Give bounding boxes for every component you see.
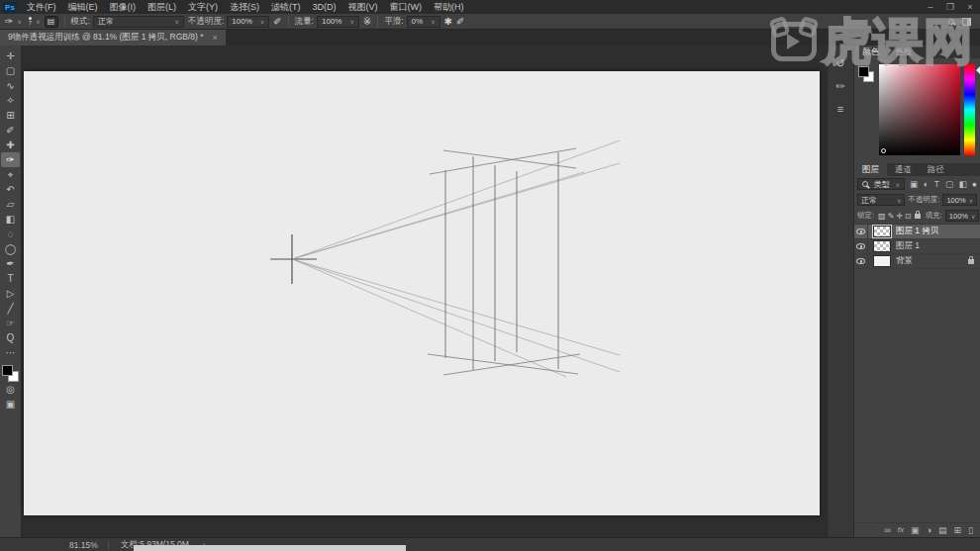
lock-pixels-icon[interactable]: ✎ [888, 212, 895, 221]
panel-foreground-swatch[interactable] [858, 66, 869, 77]
filter-shape-icon[interactable]: ▢ [945, 179, 953, 189]
tab-channels[interactable]: 通道 [887, 163, 920, 176]
smoothing-select[interactable]: 0% ∨ [407, 16, 441, 28]
layer-thumbnail[interactable] [873, 240, 891, 252]
flow-select[interactable]: 100% ∨ [317, 16, 359, 28]
quick-selection-tool[interactable]: ✧ [1, 93, 20, 108]
visibility-eye-icon[interactable] [856, 229, 865, 234]
pen-tool[interactable]: ✒ [1, 256, 20, 271]
menu-item[interactable]: 编辑(E) [62, 0, 104, 14]
zoom-level-field[interactable]: 81.15% [69, 540, 98, 550]
layer-thumbnail[interactable] [873, 226, 891, 237]
search-icon[interactable] [948, 19, 954, 25]
move-tool[interactable]: ✛ [1, 48, 20, 63]
filter-toggle-icon[interactable]: ● [972, 179, 977, 189]
eyedropper-tool[interactable]: ✐ [1, 123, 20, 138]
hue-slider-bar[interactable] [964, 64, 975, 155]
clone-stamp-tool[interactable]: ⌖ [1, 167, 20, 182]
tab-swatches[interactable]: 色板 [887, 46, 920, 58]
current-tool-icon[interactable]: ✑ [5, 15, 13, 29]
path-selection-tool[interactable]: ▷ [1, 286, 20, 301]
crop-tool[interactable]: ⊞ [1, 108, 20, 123]
layer-row[interactable]: 背景 [854, 254, 980, 269]
restore-button[interactable]: ❐ [940, 0, 960, 14]
menu-item[interactable]: 帮助(H) [428, 0, 470, 14]
dodge-tool[interactable]: ◯ [1, 241, 20, 256]
brush-preset-picker[interactable]: 7 [29, 15, 32, 29]
gradient-tool[interactable]: ◧ [1, 212, 20, 227]
layer-row[interactable]: 图层 1 拷贝 [854, 225, 980, 239]
hand-tool[interactable]: ☞ [1, 316, 20, 330]
eraser-tool[interactable]: ▱ [1, 197, 20, 212]
line-tool[interactable]: ╱ [1, 301, 20, 316]
toggle-brush-settings-button[interactable]: ▤ [45, 16, 58, 28]
visibility-eye-icon[interactable] [856, 258, 865, 264]
filter-adjustment-icon[interactable]: ◐ [924, 179, 929, 189]
history-panel-icon[interactable]: ↺ [835, 57, 844, 69]
blur-tool[interactable]: ◌ [1, 227, 20, 241]
layer-style-icon[interactable]: fx [898, 523, 904, 537]
screen-mode-button[interactable]: ▣ [1, 397, 20, 412]
spot-healing-tool[interactable]: ✚ [1, 138, 20, 152]
lock-all-icon[interactable] [915, 214, 921, 219]
opacity-select[interactable]: 100% ∨ [227, 16, 269, 28]
tab-layers[interactable]: 图层 [854, 163, 887, 176]
menu-item[interactable]: 选择(S) [224, 0, 265, 14]
menu-item[interactable]: 图层(L) [142, 0, 182, 14]
filter-smart-object-icon[interactable]: ◧ [959, 179, 967, 189]
hue-slider-handle[interactable] [972, 66, 980, 74]
filter-pixel-icon[interactable]: ▣ [910, 179, 918, 189]
menu-item[interactable]: 文件(F) [21, 0, 62, 14]
menu-item[interactable]: 滤镜(T) [265, 0, 307, 14]
type-tool[interactable]: T [1, 271, 20, 286]
more-tools[interactable]: ⋯ [1, 345, 20, 360]
tab-paths[interactable]: 路径 [920, 163, 952, 176]
lasso-tool[interactable]: ∿ [1, 78, 20, 93]
lock-artboard-icon[interactable]: ⊡ [905, 212, 912, 221]
brush-preset-arrow-icon[interactable]: ∨ [36, 18, 40, 25]
pressure-size-icon[interactable]: ✐ [456, 15, 464, 29]
menu-item[interactable]: 文字(Y) [182, 0, 224, 14]
close-tab-icon[interactable]: × [213, 33, 218, 43]
airbrush-icon[interactable]: ※ [363, 15, 371, 29]
menu-item[interactable]: 3D(D) [307, 0, 343, 14]
tool-preset-arrow-icon[interactable]: ∨ [17, 18, 21, 25]
quick-mask-button[interactable]: ◎ [1, 382, 20, 397]
fill-select[interactable]: 100% ∨ [945, 210, 980, 222]
close-button[interactable]: × [960, 0, 980, 14]
layer-opacity-select[interactable]: 100% ∨ [942, 194, 977, 206]
layer-blend-mode-select[interactable]: 正常 ∨ [857, 194, 905, 206]
adjustment-layer-icon[interactable]: ◑ [927, 523, 931, 537]
delete-layer-icon[interactable]: ▯ [968, 523, 973, 537]
brush-tool[interactable]: ✑ [1, 152, 20, 167]
history-brush-tool[interactable]: ↶ [1, 182, 20, 197]
brush-settings-panel-icon[interactable]: ≡ [837, 103, 843, 115]
marquee-tool[interactable]: ▢ [1, 63, 20, 78]
filter-type-select[interactable]: 类型 ∨ [857, 178, 905, 190]
menu-item[interactable]: 视图(V) [343, 0, 384, 14]
tab-color[interactable]: 颜色 [854, 46, 887, 58]
link-layers-icon[interactable]: ∞ [884, 523, 890, 537]
new-layer-icon[interactable]: ⊞ [954, 523, 962, 537]
brush-panel-icon[interactable]: ✏ [835, 80, 844, 92]
pressure-opacity-icon[interactable]: ✐ [273, 15, 281, 29]
smoothing-settings-icon[interactable]: ✱ [444, 15, 452, 29]
mode-select[interactable]: 正常 ∨ [93, 16, 184, 28]
zoom-tool[interactable]: Q [1, 330, 20, 345]
document-tab[interactable]: 9物件透视运用训练 @ 81.1% (图层 1 拷贝, RGB/8) * × [0, 30, 226, 46]
visibility-eye-icon[interactable] [856, 243, 865, 249]
menu-item[interactable]: 图像(I) [104, 0, 143, 14]
filter-type-icon[interactable]: T [934, 179, 939, 189]
minimize-button[interactable]: – [921, 0, 940, 14]
foreground-color-swatch[interactable] [2, 365, 13, 376]
layer-row[interactable]: 图层 1 [854, 239, 980, 254]
lock-transparent-icon[interactable]: ▨ [878, 212, 886, 221]
lock-position-icon[interactable]: ✛ [896, 212, 903, 221]
document-canvas[interactable] [24, 71, 820, 515]
layer-thumbnail[interactable] [873, 255, 891, 267]
color-cursor[interactable] [881, 148, 886, 153]
layer-mask-icon[interactable]: ▣ [911, 523, 920, 537]
new-group-icon[interactable]: ▤ [938, 523, 947, 537]
saturation-brightness-field[interactable] [879, 64, 960, 155]
menu-item[interactable]: 窗口(W) [384, 0, 429, 14]
